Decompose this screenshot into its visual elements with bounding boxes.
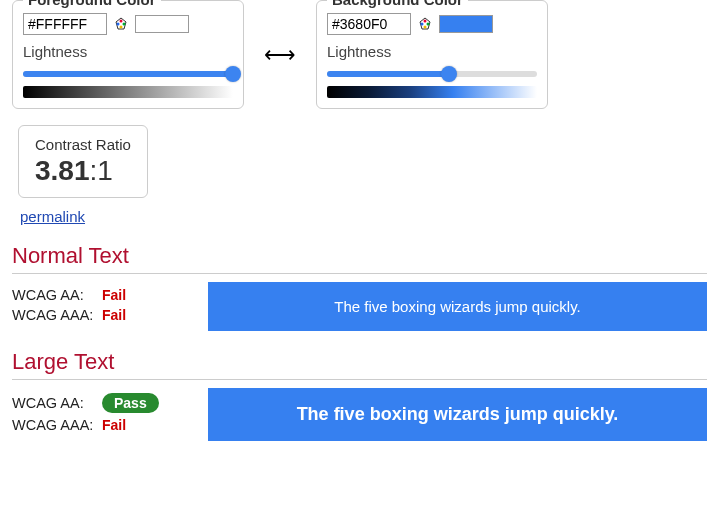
foreground-swatch[interactable]	[135, 15, 189, 33]
large-aaa-result: Fail	[102, 417, 126, 433]
slider-fill	[327, 71, 449, 77]
normal-aaa-result: Fail	[102, 307, 126, 323]
permalink-link[interactable]: permalink	[20, 208, 85, 225]
contrast-value: 3.81:1	[35, 155, 131, 187]
foreground-gradient	[23, 86, 233, 98]
normal-sample: The five boxing wizards jump quickly.	[208, 282, 707, 331]
svg-point-3	[117, 23, 120, 26]
wcag-aaa-label: WCAG AAA:	[12, 417, 102, 433]
foreground-hex-input[interactable]	[23, 13, 107, 35]
svg-point-9	[424, 26, 427, 29]
large-text-section: Large Text WCAG AA: Pass WCAG AAA: Fail …	[0, 349, 719, 441]
foreground-lightness-slider[interactable]	[23, 66, 233, 82]
normal-text-section: Normal Text WCAG AA: Fail WCAG AAA: Fail…	[0, 243, 719, 331]
large-sample: The five boxing wizards jump quickly.	[208, 388, 707, 441]
normal-text-heading: Normal Text	[12, 243, 707, 274]
background-heading: Background Color	[327, 0, 468, 8]
svg-point-7	[427, 23, 430, 26]
contrast-title: Contrast Ratio	[35, 136, 131, 153]
background-lightness-slider[interactable]	[327, 66, 537, 82]
slider-thumb[interactable]	[441, 66, 457, 82]
svg-point-2	[123, 23, 126, 26]
slider-fill	[23, 71, 233, 77]
contrast-ratio-box: Contrast Ratio 3.81:1	[18, 125, 148, 198]
large-text-heading: Large Text	[12, 349, 707, 380]
background-lightness-label: Lightness	[327, 43, 537, 60]
svg-point-8	[421, 23, 424, 26]
svg-point-4	[120, 26, 123, 29]
foreground-heading: Foreground Color	[23, 0, 161, 8]
wcag-aaa-label: WCAG AAA:	[12, 307, 102, 323]
wcag-aa-label: WCAG AA:	[12, 287, 102, 303]
background-gradient	[327, 86, 537, 98]
color-picker-icon[interactable]	[417, 16, 433, 32]
background-panel: Background Color Lightness	[316, 0, 548, 109]
foreground-panel: Foreground Color Lightness	[12, 0, 244, 109]
normal-aa-result: Fail	[102, 287, 126, 303]
foreground-lightness-label: Lightness	[23, 43, 233, 60]
large-aa-result: Pass	[102, 393, 159, 413]
background-hex-input[interactable]	[327, 13, 411, 35]
background-swatch[interactable]	[439, 15, 493, 33]
svg-point-6	[424, 20, 427, 23]
slider-thumb[interactable]	[225, 66, 241, 82]
swap-arrow-icon[interactable]: ⟷	[264, 42, 296, 68]
svg-point-1	[120, 20, 123, 23]
wcag-aa-label: WCAG AA:	[12, 395, 102, 411]
color-picker-icon[interactable]	[113, 16, 129, 32]
